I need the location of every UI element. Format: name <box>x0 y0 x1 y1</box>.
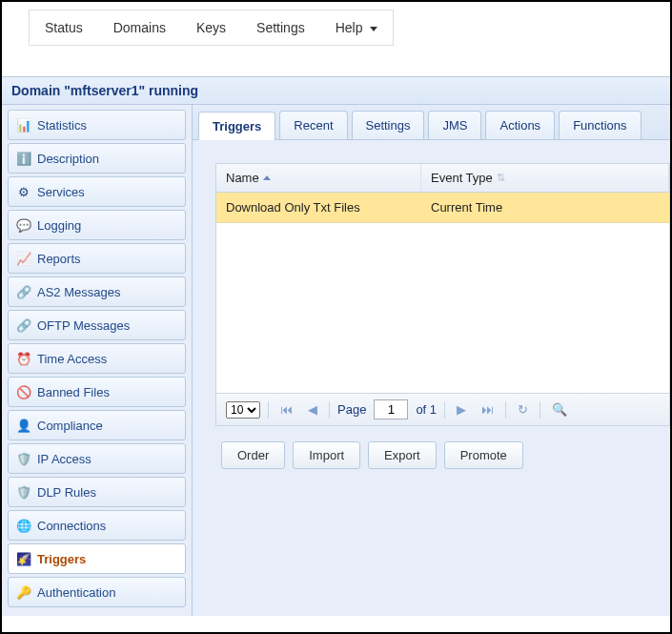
menu-domains[interactable]: Domains <box>98 10 181 45</box>
tab-functions[interactable]: Functions <box>559 111 641 139</box>
services-icon: ⚙ <box>16 184 31 199</box>
column-header-event-type-label: Event Type <box>431 171 493 185</box>
sidebar-item-label: Statistics <box>37 118 87 133</box>
chevron-down-icon <box>370 27 377 31</box>
link-icon: 🔗 <box>16 284 31 299</box>
sidebar-item-label: IP Access <box>37 452 92 466</box>
sidebar-item-label: Reports <box>37 252 81 266</box>
link-icon: 🔗 <box>16 317 31 333</box>
key-icon: 🔑 <box>16 584 31 600</box>
tab-actions[interactable]: Actions <box>485 111 555 139</box>
sidebar-item-as2[interactable]: 🔗 AS2 Messages <box>8 276 186 307</box>
sidebar-item-label: Logging <box>37 218 81 233</box>
user-icon: 👤 <box>16 418 31 433</box>
sidebar-item-label: Description <box>37 152 99 166</box>
page-number-input[interactable] <box>374 399 408 419</box>
refresh-button[interactable]: ↻ <box>514 402 532 417</box>
sidebar-item-label: Authentication <box>37 585 115 600</box>
separator <box>540 401 540 419</box>
menu-status[interactable]: Status <box>30 10 98 45</box>
menu-keys[interactable]: Keys <box>181 10 241 45</box>
sidebar-item-label: DLP Rules <box>37 485 96 500</box>
sidebar-item-connections[interactable]: 🌐 Connections <box>8 510 186 541</box>
sidebar-item-label: Compliance <box>37 419 103 433</box>
sidebar-item-label: Banned Files <box>37 385 110 399</box>
page-label: Page <box>337 402 366 417</box>
tabstrip: Triggers Recent Settings JMS Actions Fun… <box>193 105 670 140</box>
next-page-button[interactable]: ▶ <box>453 402 470 417</box>
action-button-row: Order Import Export Promote <box>215 426 670 475</box>
last-page-button[interactable]: ⏭ <box>478 402 498 417</box>
sort-neutral-icon: ⇅ <box>497 172 505 184</box>
shield-icon: 🛡️ <box>16 484 31 500</box>
main-panel: Triggers Recent Settings JMS Actions Fun… <box>193 105 670 616</box>
globe-icon: 🌐 <box>16 518 31 533</box>
clock-icon: ⏰ <box>16 351 31 366</box>
ban-icon: 🚫 <box>16 384 31 399</box>
tab-triggers[interactable]: Triggers <box>198 112 275 140</box>
sidebar-item-oftp[interactable]: 🔗 OFTP Messages <box>8 310 186 340</box>
column-header-name[interactable]: Name <box>216 164 421 192</box>
sidebar-item-logging[interactable]: 💬 Logging <box>8 210 186 240</box>
star-icon: 🌠 <box>16 551 31 566</box>
cell-trigger-name: Download Only Txt Files <box>216 193 421 222</box>
domain-status-header: Domain "mftserver1" running <box>2 76 670 105</box>
sidebar-item-reports[interactable]: 📈 Reports <box>8 243 186 274</box>
sidebar-item-label: Time Access <box>37 352 107 366</box>
separator <box>329 401 330 419</box>
sidebar-item-label: OFTP Messages <box>37 318 130 333</box>
sidebar-item-description[interactable]: ℹ️ Description <box>8 143 186 174</box>
sidebar-item-label: Connections <box>37 519 106 533</box>
triggers-grid-panel: Name Event Type ⇅ Download Only Txt File… <box>215 163 670 426</box>
table-row[interactable]: Download Only Txt Files Current Time <box>216 193 669 223</box>
sort-asc-icon <box>263 175 271 180</box>
separator <box>268 401 269 419</box>
column-header-event-type[interactable]: Event Type ⇅ <box>421 164 669 192</box>
cell-event-type: Current Time <box>421 193 669 222</box>
separator <box>444 401 445 419</box>
shield-icon: 🛡️ <box>16 451 31 466</box>
search-button[interactable]: 🔍 <box>548 402 571 417</box>
bar-chart-icon: 📈 <box>16 251 31 266</box>
top-menu-bar: Status Domains Keys Settings Help <box>29 10 394 46</box>
first-page-button[interactable]: ⏮ <box>276 402 296 417</box>
sidebar-item-ip-access[interactable]: 🛡️ IP Access <box>8 443 186 474</box>
chat-icon: 💬 <box>16 217 31 233</box>
column-header-name-label: Name <box>226 171 259 185</box>
page-of-label: of 1 <box>416 402 437 417</box>
menu-help-label: Help <box>336 20 363 35</box>
info-icon: ℹ️ <box>16 151 31 166</box>
export-button[interactable]: Export <box>368 441 437 469</box>
sidebar-item-compliance[interactable]: 👤 Compliance <box>8 410 186 440</box>
tab-jms[interactable]: JMS <box>428 111 481 139</box>
prev-page-button[interactable]: ◀ <box>304 402 321 417</box>
grid-body: Download Only Txt Files Current Time <box>216 193 669 393</box>
sidebar-item-banned-files[interactable]: 🚫 Banned Files <box>8 377 186 407</box>
sidebar-item-dlp-rules[interactable]: 🛡️ DLP Rules <box>8 477 186 507</box>
tab-recent[interactable]: Recent <box>279 111 347 139</box>
sidebar-item-authentication[interactable]: 🔑 Authentication <box>8 577 186 607</box>
tab-settings[interactable]: Settings <box>352 111 425 139</box>
sidebar-item-services[interactable]: ⚙ Services <box>8 176 186 207</box>
separator <box>505 401 506 419</box>
sidebar-item-label: Triggers <box>37 552 86 566</box>
sidebar: 📊 Statistics ℹ️ Description ⚙ Services 💬… <box>2 105 193 616</box>
menu-settings[interactable]: Settings <box>241 10 320 45</box>
sidebar-item-time-access[interactable]: ⏰ Time Access <box>8 343 186 374</box>
chart-pie-icon: 📊 <box>16 117 31 133</box>
grid-header: Name Event Type ⇅ <box>216 164 669 193</box>
sidebar-item-statistics[interactable]: 📊 Statistics <box>8 110 186 140</box>
import-button[interactable]: Import <box>293 441 360 469</box>
sidebar-item-label: AS2 Messages <box>37 285 120 299</box>
sidebar-item-label: Services <box>37 185 85 199</box>
promote-button[interactable]: Promote <box>444 441 523 469</box>
sidebar-item-triggers[interactable]: 🌠 Triggers <box>8 543 186 574</box>
order-button[interactable]: Order <box>221 441 285 469</box>
page-size-select[interactable]: 10 <box>226 401 260 419</box>
pager: 10 ⏮ ◀ Page of 1 ▶ ⏭ ↻ 🔍 <box>216 393 669 425</box>
menu-help[interactable]: Help <box>320 10 394 45</box>
